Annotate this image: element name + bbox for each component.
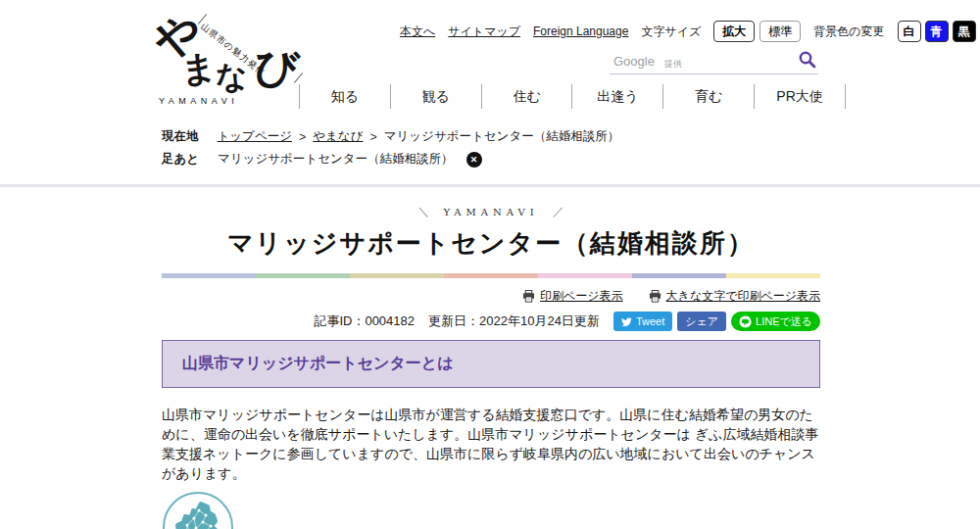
font-size-buttons: 拡大 標準 — [713, 21, 801, 42]
printer-icon — [649, 290, 662, 303]
rainbow-segment — [350, 273, 444, 278]
tweet-button[interactable]: Tweet — [613, 312, 672, 331]
close-icon: ✕ — [470, 155, 478, 165]
logo-char-ma: ま — [178, 48, 219, 87]
font-size-expand-button[interactable]: 拡大 — [713, 21, 755, 42]
foreign-language-link[interactable]: Foreign Language — [533, 24, 628, 38]
kicker-left-slash: ＼ — [417, 205, 429, 218]
article-meta-row: 記事ID：0004182 更新日：2022年10月24日更新 Tweet シェア — [162, 312, 820, 331]
sitemap-link[interactable]: サイトマップ — [448, 24, 520, 40]
rainbow-segment — [726, 273, 820, 278]
rainbow-segment — [444, 273, 538, 278]
share-buttons: Tweet シェア LINEで送る — [613, 312, 820, 331]
search-icon — [798, 50, 817, 70]
rainbow-segment — [538, 273, 632, 278]
tweet-label: Tweet — [636, 315, 664, 327]
print-page-label: 印刷ページ表示 — [540, 288, 623, 305]
rainbow-divider — [162, 273, 820, 278]
logo-romaji: YAMANAVI — [159, 96, 238, 106]
footprint-item: マリッジサポートセンター（結婚相談所） — [218, 151, 453, 168]
breadcrumb-separator: > — [369, 130, 376, 144]
rainbow-segment — [632, 273, 726, 278]
article-content: ＼ YAMANAVI ／ マリッジサポートセンター（結婚相談所） 印刷 — [162, 196, 820, 529]
search-watermark-provided: 提供 — [664, 58, 682, 71]
nav-item-sumu[interactable]: 住む — [481, 84, 572, 109]
facebook-share-button[interactable]: シェア — [677, 312, 726, 331]
breadcrumb-current: マリッジサポートセンター（結婚相談所） — [384, 128, 619, 145]
search-watermark-brand: Google — [613, 54, 655, 69]
main-nav: 知る 観る 住む 出逢う 育む PR大使 — [299, 84, 846, 109]
search-input[interactable]: Google 提供 — [610, 49, 818, 74]
nav-item-pr-taishi[interactable]: PR大使 — [754, 84, 845, 109]
line-share-label: LINEで送る — [756, 314, 812, 329]
article-id: 記事ID：0004182 — [314, 313, 415, 330]
nav-item-shiru[interactable]: 知る — [299, 84, 390, 109]
print-large-label: 大きな文字で印刷ページ表示 — [666, 288, 820, 305]
breadcrumb-label: 現在地 — [162, 128, 199, 145]
breadcrumb-link-top[interactable]: トップページ — [218, 128, 292, 145]
bg-black-button[interactable]: 黒 — [953, 21, 976, 42]
kicker-right-slash: ／ — [553, 205, 564, 218]
print-page-link[interactable]: 印刷ページ表示 — [522, 288, 623, 305]
bg-white-button[interactable]: 白 — [898, 21, 921, 42]
skip-to-content-link[interactable]: 本文へ — [400, 24, 435, 40]
rainbow-segment — [256, 273, 350, 278]
rainbow-segment — [162, 273, 256, 278]
line-icon — [739, 315, 752, 328]
breadcrumb-separator: > — [299, 130, 306, 144]
printer-icon — [522, 290, 535, 303]
page-title: マリッジサポートセンター（結婚相談所） — [162, 226, 820, 261]
nav-item-deau[interactable]: 出逢う — [571, 84, 662, 109]
header-divider — [0, 184, 980, 187]
twitter-bird-icon — [621, 316, 632, 327]
article-updated: 更新日：2022年10月24日更新 — [428, 313, 600, 330]
logo-char-bi: び — [253, 44, 301, 91]
font-size-standard-button[interactable]: 標準 — [760, 21, 801, 42]
footprint-label: 足あと — [162, 151, 199, 168]
site-logo[interactable]: 山県市の魅力発信 や ま な び YAMANAVI — [155, 5, 302, 107]
font-size-label: 文字サイズ — [641, 24, 701, 40]
footprint-bar: 足あと マリッジサポートセンター（結婚相談所） ✕ — [162, 151, 482, 168]
gifu-network-map-icon — [162, 491, 234, 529]
breadcrumb-link-yamanavi[interactable]: やまなび — [313, 128, 363, 145]
footprint-close-button[interactable]: ✕ — [466, 152, 482, 168]
bg-color-label: 背景色の変更 — [813, 24, 884, 40]
print-large-link[interactable]: 大きな文字で印刷ページ表示 — [649, 288, 820, 305]
bg-blue-button[interactable]: 青 — [925, 21, 949, 42]
body-paragraph: 山県市マリッジサポートセンターは山県市が運営する結婚支援窓口です。山県に住む結婚… — [162, 405, 820, 483]
section-heading: 山県市マリッジサポートセンターとは — [162, 340, 820, 388]
print-links-row: 印刷ページ表示 大きな文字で印刷ページ表示 — [162, 288, 820, 305]
logo-char-na: な — [215, 60, 248, 93]
breadcrumb: 現在地 トップページ > やまなび > マリッジサポートセンター（結婚相談所） — [162, 128, 619, 145]
nav-item-miru[interactable]: 観る — [390, 84, 481, 109]
utility-nav: 本文へ サイトマップ Foreign Language 文字サイズ 拡大 標準 … — [400, 21, 976, 42]
title-kicker: ＼ YAMANAVI ／ — [162, 204, 820, 220]
bg-color-buttons: 白 青 黒 — [898, 21, 976, 42]
page: 山県市の魅力発信 や ま な び YAMANAVI 本文へ サイトマップ For… — [0, 0, 980, 529]
nav-item-hagukumu[interactable]: 育む — [662, 84, 754, 109]
facebook-share-label: シェア — [685, 314, 718, 329]
kicker-text: YAMANAVI — [443, 207, 538, 217]
search-button[interactable] — [797, 50, 818, 72]
line-share-button[interactable]: LINEで送る — [731, 312, 820, 331]
